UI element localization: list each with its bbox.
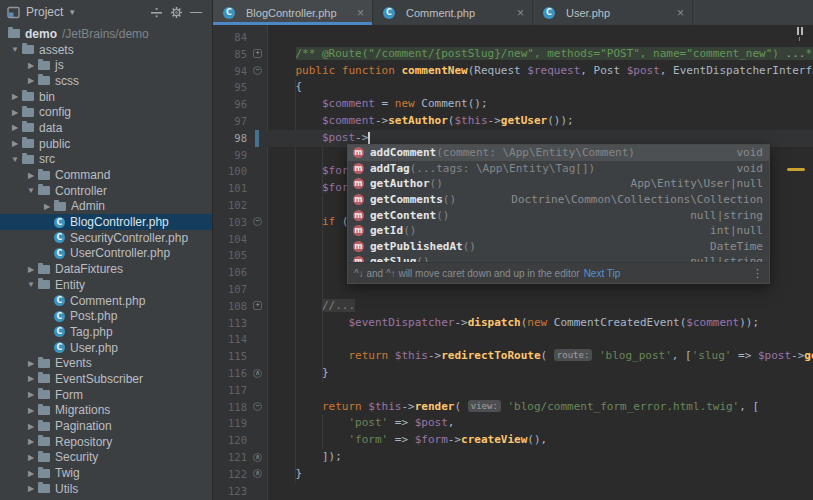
tree-row-utils[interactable]: ▶Utils [0, 481, 212, 497]
completion-item-getPublishedAt[interactable]: mgetPublishedAt()DateTime [348, 239, 769, 255]
tab-blogcontroller-php[interactable]: CBlogController.php× [213, 0, 373, 25]
toolwindow-title[interactable]: Project [26, 5, 63, 19]
tree-row-user-php[interactable]: CUser.php [0, 340, 212, 356]
code-line-108[interactable]: 108+ //... [213, 298, 813, 315]
chevron-collapsed-icon[interactable]: ▶ [24, 484, 38, 493]
completion-item-getContent[interactable]: mgetContent()null|string [348, 207, 769, 223]
code-line-119[interactable]: 119 'post' => $post, [213, 415, 813, 432]
chevron-collapsed-icon[interactable]: ▶ [24, 390, 38, 399]
close-icon[interactable]: × [357, 7, 364, 19]
line-number[interactable]: 107 [213, 281, 247, 298]
line-number[interactable]: 95 [213, 79, 247, 96]
code-line-117[interactable]: 117 [213, 382, 813, 399]
fold-collapse-icon[interactable]: ∧ [253, 369, 262, 378]
code-line-97[interactable]: 97 $comment->setAuthor($this->getUser())… [213, 113, 813, 130]
tree-row-controller[interactable]: ▼Controller [0, 183, 212, 199]
chevron-collapsed-icon[interactable]: ▶ [8, 123, 22, 132]
line-number[interactable]: 114 [213, 331, 247, 348]
chevron-expanded-icon[interactable]: ▼ [24, 280, 38, 289]
code-line-84[interactable]: 84 [213, 29, 813, 46]
project-tree[interactable]: demo/JetBrains/demo▼assets▶js▶scss▶bin▶c… [0, 26, 212, 500]
tree-row-security[interactable]: ▶Security [0, 450, 212, 466]
line-number[interactable]: 120 [213, 432, 247, 449]
tree-row-js[interactable]: ▶js [0, 57, 212, 73]
fold-expand-icon[interactable]: + [253, 49, 262, 58]
tree-row-public[interactable]: ▶public [0, 136, 212, 152]
tree-row-comment-php[interactable]: CComment.php [0, 293, 212, 309]
line-number[interactable]: 98 [213, 130, 247, 147]
line-number[interactable]: 102 [213, 197, 247, 214]
tree-row-twig[interactable]: ▶Twig [0, 465, 212, 481]
line-number[interactable]: 115 [213, 348, 247, 365]
fold-expand-icon[interactable]: + [253, 301, 262, 310]
line-number[interactable]: 97 [213, 113, 247, 130]
tree-row-entity[interactable]: ▼Entity [0, 277, 212, 293]
line-number[interactable]: 121 [213, 449, 247, 466]
line-number[interactable]: 85 [213, 46, 247, 63]
fold-collapse-icon[interactable]: − [253, 66, 262, 75]
completion-item-getSlug[interactable]: mgetSlug()null|string [348, 254, 769, 262]
more-options-icon[interactable]: ⋮ [752, 267, 763, 280]
chevron-down-icon[interactable]: ▼ [68, 8, 76, 17]
line-number[interactable]: 96 [213, 96, 247, 113]
chevron-collapsed-icon[interactable]: ▶ [24, 453, 38, 462]
line-number[interactable]: 84 [213, 29, 247, 46]
chevron-collapsed-icon[interactable]: ▶ [40, 202, 54, 211]
tree-row-pagination[interactable]: ▶Pagination [0, 418, 212, 434]
tree-row-usercontroller-php[interactable]: CUserController.php [0, 246, 212, 262]
tree-row-events[interactable]: ▶Events [0, 355, 212, 371]
chevron-collapsed-icon[interactable]: ▶ [24, 406, 38, 415]
line-number[interactable]: 99 [213, 147, 247, 164]
code-line-122[interactable]: 122∧ } [213, 466, 813, 483]
chevron-expanded-icon[interactable]: ▼ [24, 186, 38, 195]
chevron-collapsed-icon[interactable]: ▶ [8, 139, 22, 148]
tree-row-migrations[interactable]: ▶Migrations [0, 403, 212, 419]
fold-collapse-icon[interactable]: ∧ [253, 453, 262, 462]
code-line-115[interactable]: 115 return $this->redirectToRoute( route… [213, 348, 813, 365]
completion-item-getComments[interactable]: mgetComments()Doctrine\Common\Collection… [348, 192, 769, 208]
tree-row-src[interactable]: ▼src [0, 152, 212, 168]
tree-row-bin[interactable]: ▶bin [0, 89, 212, 105]
line-number[interactable]: 123 [213, 483, 247, 500]
collapse-icon[interactable] [146, 3, 166, 21]
line-number[interactable]: 101 [213, 180, 247, 197]
completion-item-addTag[interactable]: maddTag(...tags: \App\Entity\Tag[])void [348, 161, 769, 177]
fold-collapse-icon[interactable]: − [253, 402, 262, 411]
chevron-collapsed-icon[interactable]: ▶ [24, 171, 38, 180]
close-icon[interactable]: × [517, 7, 524, 19]
tree-row-data[interactable]: ▶data [0, 120, 212, 136]
code-line-94[interactable]: 94− public function commentNew(Request $… [213, 63, 813, 80]
line-number[interactable]: 104 [213, 231, 247, 248]
code-line-95[interactable]: 95 { [213, 79, 813, 96]
line-number[interactable]: 113 [213, 315, 247, 332]
chevron-collapsed-icon[interactable]: ▶ [24, 469, 38, 478]
completion-list[interactable]: maddComment(comment: \App\Entity\Comment… [348, 145, 769, 262]
gear-icon[interactable] [166, 3, 186, 21]
tree-row-blogcontroller-php[interactable]: CBlogController.php [0, 214, 212, 230]
close-icon[interactable]: × [677, 7, 684, 19]
code-line-96[interactable]: 96 $comment = new Comment(); [213, 96, 813, 113]
chevron-collapsed-icon[interactable]: ▶ [24, 374, 38, 383]
tree-row-admin[interactable]: ▶Admin [0, 199, 212, 215]
line-number[interactable]: 103 [213, 214, 247, 231]
tree-row-eventsubscriber[interactable]: ▶EventSubscriber [0, 371, 212, 387]
line-number[interactable]: 118 [213, 399, 247, 416]
fold-collapse-icon[interactable]: ∧ [253, 469, 262, 478]
chevron-collapsed-icon[interactable]: ▶ [8, 92, 22, 101]
tab-user-php[interactable]: CUser.php× [533, 0, 693, 25]
line-number[interactable]: 116 [213, 365, 247, 382]
chevron-collapsed-icon[interactable]: ▶ [24, 359, 38, 368]
tree-row-assets[interactable]: ▼assets [0, 42, 212, 58]
code-line-113[interactable]: 113 $eventDispatcher->dispatch(new Comme… [213, 315, 813, 332]
code-line-120[interactable]: 120 'form' => $form->createView(), [213, 432, 813, 449]
line-number[interactable]: 119 [213, 415, 247, 432]
line-number[interactable]: 117 [213, 382, 247, 399]
chevron-expanded-icon[interactable]: ▼ [8, 155, 22, 164]
completion-item-getAuthor[interactable]: mgetAuthor()App\Entity\User|null [348, 176, 769, 192]
tree-row-tag-php[interactable]: CTag.php [0, 324, 212, 340]
tree-row-securitycontroller-php[interactable]: CSecurityController.php [0, 230, 212, 246]
chevron-collapsed-icon[interactable]: ▶ [24, 265, 38, 274]
chevron-collapsed-icon[interactable]: ▶ [24, 76, 38, 85]
line-number[interactable]: 108 [213, 298, 247, 315]
code-line-116[interactable]: 116∧ } [213, 365, 813, 382]
